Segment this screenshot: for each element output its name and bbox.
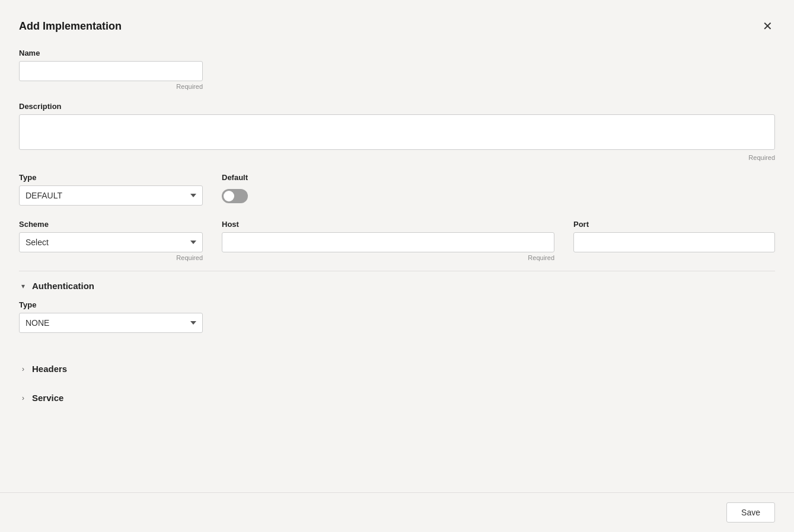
description-input[interactable] (19, 114, 775, 150)
scheme-host-port-row: Scheme Select http https Required Host R… (19, 220, 775, 261)
footer: Save (0, 492, 794, 532)
close-icon: ✕ (763, 20, 773, 33)
close-button[interactable]: ✕ (760, 18, 775, 34)
authentication-header[interactable]: ▾ Authentication (19, 271, 775, 300)
default-toggle-wrapper (222, 189, 248, 203)
name-section: Name Required (19, 49, 775, 90)
modal-header: Add Implementation ✕ (19, 18, 775, 34)
authentication-section: ▾ Authentication Type NONE BASIC BEARER … (19, 271, 775, 354)
modal-overlay: Add Implementation ✕ Name Required Descr… (0, 0, 794, 532)
scheme-label: Scheme (19, 220, 203, 229)
headers-section: › Headers (19, 354, 775, 383)
description-label: Description (19, 102, 775, 111)
service-chevron-icon: › (19, 394, 27, 402)
auth-type-select[interactable]: NONE BASIC BEARER API_KEY (19, 313, 203, 333)
authentication-content: Type NONE BASIC BEARER API_KEY (19, 300, 775, 354)
save-button[interactable]: Save (726, 502, 775, 523)
type-default-row: Type DEFAULT CUSTOM Default (19, 173, 775, 206)
scheme-select[interactable]: Select http https (19, 232, 203, 252)
port-input[interactable] (573, 232, 775, 252)
host-label: Host (222, 220, 554, 229)
default-toggle[interactable] (222, 189, 248, 203)
scheme-required: Required (19, 254, 203, 261)
name-label: Name (19, 49, 775, 57)
type-label: Type (19, 173, 203, 182)
headers-chevron-icon: › (19, 365, 27, 373)
authentication-chevron-icon: ▾ (19, 282, 27, 290)
headers-header[interactable]: › Headers (19, 354, 775, 383)
service-title: Service (32, 393, 63, 403)
service-section: › Service (19, 383, 775, 412)
authentication-title: Authentication (32, 281, 94, 291)
modal: Add Implementation ✕ Name Required Descr… (0, 0, 794, 532)
host-col: Host Required (222, 220, 554, 261)
port-col: Port (573, 220, 775, 261)
description-required: Required (19, 154, 775, 161)
description-section: Description Required (19, 102, 775, 161)
scheme-col: Scheme Select http https Required (19, 220, 203, 261)
host-required: Required (222, 254, 554, 261)
port-label: Port (573, 220, 775, 229)
default-col: Default (222, 173, 248, 203)
service-header[interactable]: › Service (19, 383, 775, 412)
auth-type-section: Type NONE BASIC BEARER API_KEY (19, 300, 775, 333)
default-label: Default (222, 173, 248, 182)
name-required: Required (19, 83, 203, 90)
toggle-slider (222, 189, 248, 203)
modal-title: Add Implementation (19, 20, 122, 33)
name-input[interactable] (19, 61, 203, 81)
type-select[interactable]: DEFAULT CUSTOM (19, 185, 203, 206)
auth-type-label: Type (19, 300, 775, 309)
type-col: Type DEFAULT CUSTOM (19, 173, 203, 206)
host-input[interactable] (222, 232, 554, 252)
headers-title: Headers (32, 364, 67, 374)
